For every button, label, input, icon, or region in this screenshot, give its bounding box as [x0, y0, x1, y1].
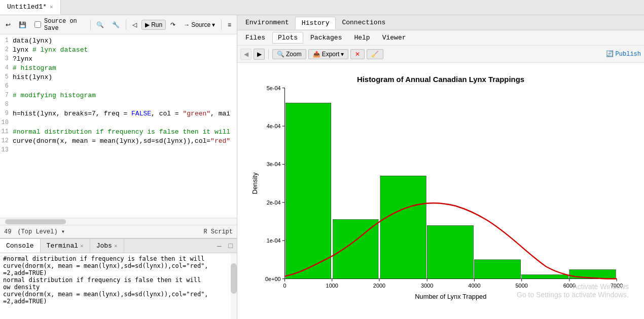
code-line-9: 9 h=hist(lynx, breaks=7, freq = FALSE, c… [0, 109, 237, 118]
code-line-5: 5 hist(lynx) [0, 73, 237, 82]
console-controls: — □ [215, 239, 237, 253]
code-nav-prev-button[interactable]: ◁ [129, 20, 140, 30]
chart-title: Histogram of Annual Canadian Lynx Trappi… [357, 75, 524, 84]
x-axis-label: Number of Lynx Trapped [415, 293, 486, 300]
code-line-10: 10 [0, 118, 237, 128]
plot-toolbar: ◀ ▶ 🔍 Zoom 📤 Export ▾ ✕ 🧹 🔄 Publish [237, 46, 644, 63]
export-dropdown-icon: ▾ [341, 51, 344, 58]
tab-viewer[interactable]: Viewer [377, 32, 411, 43]
code-line-6: 6 [0, 82, 237, 91]
main-area: ↩ 💾 Source on Save 🔍 🔧 ◁ ▶ Run [0, 15, 644, 319]
toolbar-separator-3 [221, 20, 222, 30]
bar-2 [380, 176, 426, 278]
code-line-12: 12 curve(dnorm(x, mean = mean(lynx),sd=s… [0, 137, 237, 146]
code-line-11: 11 #normal distribution if frequency is … [0, 128, 237, 137]
delete-plot-button[interactable]: ✕ [350, 49, 365, 59]
step-icon: ↷ [170, 21, 175, 28]
editor-hscrollbar[interactable] [0, 218, 237, 225]
publish-button[interactable]: 🔄 Publish [606, 50, 641, 58]
code-level-indicator: (Top Level) ▾ [17, 228, 65, 235]
extra-button[interactable]: ≡ [224, 20, 235, 30]
console-vscrollbar[interactable] [231, 253, 237, 319]
toolbar-separator-2 [126, 20, 126, 30]
histogram-chart: Histogram of Annual Canadian Lynx Trappi… [242, 68, 639, 314]
new-file-button[interactable]: ↩ [2, 20, 14, 30]
tab-untitled1[interactable]: Untitled1* ✕ [0, 0, 61, 15]
delete-icon: ✕ [355, 51, 360, 58]
source-on-save-checkbox[interactable] [34, 21, 41, 28]
xlabel-0: 0 [283, 283, 286, 289]
right-panel: Environment History Connections Files Pl… [237, 15, 644, 319]
tools-button[interactable]: 🔧 [109, 20, 123, 30]
console-tab-bar: Console Terminal ✕ Jobs ✕ — □ [0, 239, 237, 253]
ylabel-0: 0e+00 [265, 276, 281, 282]
xlabel-1: 1000 [326, 283, 338, 289]
code-line-4: 4 # histogram [0, 64, 237, 73]
save-button[interactable]: 💾 [15, 20, 30, 30]
source-on-save-label[interactable]: Source on Save [31, 16, 88, 33]
clear-plots-button[interactable]: 🧹 [367, 49, 383, 59]
right-second-tab-bar: Files Plots Packages Help Viewer [237, 30, 644, 46]
console-tab-terminal[interactable]: Terminal ✕ [41, 239, 90, 253]
console-tab-console[interactable]: Console [0, 239, 41, 253]
code-line-1: 1 data(lynx) [0, 36, 237, 46]
plot-prev-button[interactable]: ◀ [240, 49, 252, 60]
plot-toolbar-sep-1 [268, 49, 269, 59]
terminal-tab-close[interactable]: ✕ [80, 243, 84, 249]
console-minimize-button[interactable]: — [215, 241, 223, 251]
zoom-icon: 🔍 [277, 51, 284, 58]
xlabel-4: 4000 [468, 283, 480, 289]
tab-files[interactable]: Files [240, 32, 270, 43]
console-tab-jobs[interactable]: Jobs ✕ [90, 239, 124, 253]
tab-help[interactable]: Help [349, 32, 375, 43]
bar-0 [286, 103, 331, 278]
windows-watermark: Activate Windows Go to Settings to activ… [517, 283, 629, 299]
xlabel-3: 3000 [421, 283, 433, 289]
tab-close-icon[interactable]: ✕ [50, 4, 53, 10]
step-button[interactable]: ↷ [167, 20, 179, 30]
plot-next-button[interactable]: ▶ [254, 49, 265, 60]
broom-icon: 🧹 [371, 51, 379, 58]
toolbar-separator-1 [90, 20, 91, 30]
xlabel-2: 2000 [373, 283, 385, 289]
editor-hscrollbar-thumb[interactable] [5, 219, 66, 224]
extra-icon: ≡ [228, 21, 231, 28]
y-axis-label: Density [251, 172, 259, 194]
tab-packages[interactable]: Packages [305, 32, 347, 43]
console-output: #normal distribution if frequency is fal… [0, 253, 237, 319]
console-vscrollbar-thumb[interactable] [231, 263, 237, 294]
tab-environment[interactable]: Environment [239, 17, 295, 28]
right-top-tab-bar: Environment History Connections [237, 15, 644, 30]
left-panel: ↩ 💾 Source on Save 🔍 🔧 ◁ ▶ Run [0, 15, 237, 319]
plot-area: Histogram of Annual Canadian Lynx Trappi… [237, 63, 644, 319]
source-dropdown-icon: ▾ [212, 21, 215, 28]
ylabel-1: 1e-04 [267, 237, 281, 244]
chart-plot-area: 0e+00 1e-04 2e-04 3e-04 4e-04 5e-04 Dens… [251, 85, 623, 301]
ylabel-4: 4e-04 [267, 123, 281, 129]
tab-history[interactable]: History [295, 17, 336, 29]
tab-plots[interactable]: Plots [272, 32, 303, 44]
script-type-indicator: R Script [203, 228, 233, 235]
ylabel-2: 2e-04 [267, 200, 281, 206]
code-line-8: 8 [0, 100, 237, 109]
export-icon: 📤 [313, 51, 320, 58]
export-button[interactable]: 📤 Export ▾ [308, 49, 349, 59]
code-editor[interactable]: 1 data(lynx) 2 lynx # lynx dataset 3 ?ly… [0, 34, 237, 218]
bar-3 [427, 225, 473, 278]
editor-toolbar: ↩ 💾 Source on Save 🔍 🔧 ◁ ▶ Run [0, 15, 237, 34]
zoom-button[interactable]: 🔍 Zoom [272, 49, 306, 59]
ylabel-5: 5e-04 [267, 85, 281, 91]
console-maximize-button[interactable]: □ [227, 241, 235, 251]
bar-1 [333, 220, 378, 279]
bar-4 [474, 260, 520, 279]
ylabel-3: 3e-04 [267, 161, 281, 167]
source-button[interactable]: → Source ▾ [180, 20, 219, 30]
tab-connections[interactable]: Connections [336, 17, 391, 28]
run-button[interactable]: ▶ Run [141, 20, 166, 30]
publish-icon: 🔄 [606, 50, 614, 58]
console-text: #normal distribution if frequency is fal… [3, 255, 234, 305]
console-panel: Console Terminal ✕ Jobs ✕ — □ #normal di… [0, 238, 237, 319]
code-line-3: 3 ?lynx [0, 55, 237, 64]
jobs-tab-close[interactable]: ✕ [114, 243, 118, 249]
search-button[interactable]: 🔍 [93, 20, 108, 30]
